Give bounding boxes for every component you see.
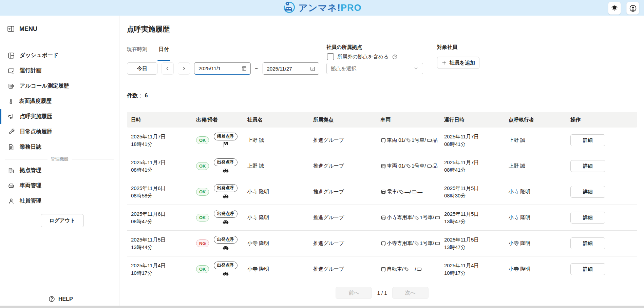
sidebar-item-branch-management[interactable]: 拠点管理 [0, 163, 119, 178]
license-plate-icon [416, 266, 422, 272]
executor-cell: 小寺 隆明 [505, 266, 570, 272]
date-controls: 今日 ~ [127, 62, 319, 75]
run-datetime-cell: 2025年11月5日08時30分 [440, 185, 505, 199]
detail-button[interactable]: 詳細 [570, 237, 605, 249]
license-plate-icon [427, 163, 432, 169]
date-to-field[interactable] [263, 62, 319, 75]
tab-current-time[interactable]: 現在時刻 [127, 46, 147, 56]
prev-day-button[interactable] [162, 62, 174, 75]
run-datetime-cell: 2025年11月7日08時41分 [440, 159, 505, 174]
calendar-icon[interactable] [241, 65, 247, 71]
vehicle-front-icon [380, 137, 386, 143]
vehicle-cell: 電車/ —/ — [376, 189, 440, 195]
departure-return-cell: NG 出発点呼 [192, 236, 243, 251]
table-row: 2025年11月7日18時41分 OK 帰着点呼 上野 誠 推進グループ 車両 … [127, 128, 637, 153]
logout-button[interactable]: ログアウト [41, 214, 84, 227]
branch-select[interactable]: 拠点を選択 [326, 63, 423, 74]
sidebar-item-daily-inspection[interactable]: 日常点検履歴 [0, 124, 119, 139]
tab-date[interactable]: 日付 [159, 46, 169, 56]
call-type-badge: 出発点呼 [214, 236, 238, 244]
sidebar-item-alcohol-history[interactable]: アルコール測定履歴 [0, 78, 119, 94]
license-plate-icon [435, 240, 440, 246]
finish-flag-icon [222, 141, 229, 148]
date-range-separator: ~ [255, 65, 259, 72]
branch-cell: 推進グループ [309, 137, 376, 143]
date-to-input[interactable] [266, 65, 308, 72]
run-datetime-cell: 2025年11月4日10時17分 [440, 262, 505, 277]
sidebar-item-employee-management[interactable]: 社員管理 [0, 193, 119, 209]
vehicle-cell: 自転車/ —/ — [376, 266, 440, 272]
status-badge: OK [196, 136, 209, 144]
include-outside-branch-checkbox[interactable] [327, 53, 334, 60]
target-employee-filter: 対象社員 社員を追加 [437, 44, 479, 69]
sidebar-item-operation-plan[interactable]: 運行計画 [0, 63, 119, 78]
table-row: 2025年11月6日08時47分 OK 出発点呼 小寺 隆明 推進グループ 小寺… [127, 205, 637, 231]
tag-icon [414, 241, 419, 246]
detail-button[interactable]: 詳細 [570, 263, 605, 275]
wrench-icon [7, 128, 15, 136]
sidebar-item-surface-temp-history[interactable]: 表面温度履歴 [0, 94, 119, 109]
logo-car-icon [282, 1, 296, 14]
admin-section-label: 管理機能 [5, 156, 114, 162]
menu-toggle[interactable]: MENU [0, 16, 119, 33]
app-header: アンマネ!PRO [0, 0, 644, 16]
main-content: 点呼実施履歴 現在時刻 日付 今日 ~ 社員の所属拠点 所属外の拠点を含める [119, 16, 644, 306]
col-header-departure-return: 出発/帰着 [192, 117, 243, 123]
next-page-button[interactable]: 次へ [392, 287, 429, 299]
chevron-right-icon [181, 65, 187, 72]
add-employee-button[interactable]: 社員を追加 [437, 57, 479, 69]
vehicle-cell: 車両 01/ 1号車/ 品 [376, 137, 440, 143]
today-button[interactable]: 今日 [127, 62, 157, 75]
datetime-cell: 2025年11月5日13時44分 [127, 236, 192, 251]
vehicle-front-icon [380, 266, 386, 272]
datetime-cell: 2025年11月7日18時41分 [127, 133, 192, 148]
employee-name-cell: 小寺 隆明 [243, 266, 309, 272]
table-row: 2025年11月6日08時58分 OK 出発点呼 小寺 隆明 推進グループ 電車… [127, 179, 637, 205]
table-body: 2025年11月7日18時41分 OK 帰着点呼 上野 誠 推進グループ 車両 … [127, 128, 637, 282]
include-outside-branch-label: 所属外の拠点を含める [337, 54, 389, 60]
detail-button[interactable]: 詳細 [570, 134, 605, 146]
prev-page-button[interactable]: 前へ [336, 287, 372, 299]
col-header-run-datetime: 運行日時 [440, 117, 505, 123]
journal-icon [7, 143, 15, 151]
call-type-badge: 出発点呼 [214, 184, 238, 192]
vehicle-cell: 車両 01/ 1号車/ 品 [376, 163, 440, 169]
pagination: 前へ 1 / 1 次へ [127, 287, 637, 299]
table-row: 2025年11月4日10時17分 OK 出発点呼 小寺 隆明 推進グループ 自転… [127, 256, 637, 282]
date-from-field[interactable] [194, 62, 251, 75]
calendar-icon[interactable] [310, 66, 316, 72]
sidebar-item-vehicle-management[interactable]: 車両管理 [0, 178, 119, 193]
notification-bell-button[interactable] [608, 2, 621, 15]
table-row: 2025年11月5日13時44分 NG 出発点呼 小寺 隆明 推進グループ 小寺… [127, 231, 637, 256]
menu-label: MENU [19, 25, 37, 33]
vehicle-front-icon [380, 189, 386, 195]
sidebar-item-rollcall-history[interactable]: 点呼実施履歴 [0, 109, 119, 124]
horizontal-scrollbar[interactable] [0, 306, 644, 308]
executor-cell: 小寺 隆明 [505, 189, 570, 195]
help-tooltip-icon[interactable] [392, 54, 398, 60]
tag-icon [404, 267, 409, 272]
vehicle-front-icon [380, 163, 386, 169]
sidebar-item-dashboard[interactable]: ダッシュボード [0, 48, 119, 63]
detail-button[interactable]: 詳細 [570, 160, 605, 172]
status-badge: OK [196, 162, 209, 170]
vehicle-cell: 小寺専用車/ 1号車/ [376, 214, 440, 221]
account-button[interactable] [626, 2, 639, 15]
departure-return-cell: OK 出発点呼 [192, 158, 243, 174]
departure-car-icon [222, 218, 230, 226]
vehicle-front-icon [380, 215, 386, 221]
next-day-button[interactable] [178, 62, 190, 75]
departure-return-cell: OK 出発点呼 [192, 184, 243, 200]
detail-button[interactable]: 詳細 [570, 186, 605, 198]
menu-collapse-icon [7, 25, 15, 33]
sidebar-item-work-journal[interactable]: 業務日誌 [0, 139, 119, 155]
detail-button[interactable]: 詳細 [570, 212, 605, 224]
call-type-badge: 出発点呼 [214, 210, 238, 218]
license-plate-icon [411, 189, 417, 195]
page-indicator: 1 / 1 [377, 290, 387, 296]
person-icon [7, 197, 15, 205]
departure-return-cell: OK 帰着点呼 [192, 133, 243, 148]
date-from-input[interactable] [198, 65, 239, 72]
help-link[interactable]: HELP [48, 295, 73, 303]
bell-icon [610, 4, 619, 12]
